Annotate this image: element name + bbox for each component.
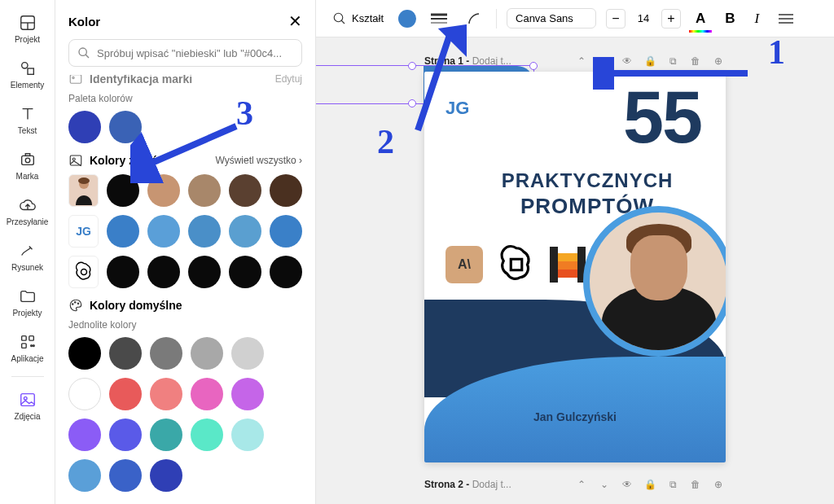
- swatch[interactable]: [270, 174, 302, 207]
- context-toolbar: Kształt Canva Sans − 14 + A B I: [316, 0, 834, 37]
- swatch[interactable]: [109, 378, 142, 410]
- swatch[interactable]: [150, 419, 182, 451]
- close-icon[interactable]: ✕: [288, 11, 302, 31]
- circle-search-icon: [332, 11, 347, 26]
- svg-point-15: [79, 48, 86, 55]
- photo-ref-person[interactable]: [68, 174, 99, 207]
- bold-button[interactable]: B: [720, 7, 740, 30]
- swatch[interactable]: [188, 256, 221, 288]
- rail-upload[interactable]: Przesyłanie: [0, 189, 55, 233]
- author-name[interactable]: Jan Gulczyński: [424, 410, 726, 423]
- rail-apps[interactable]: Aplikacje: [0, 326, 55, 370]
- svg-point-20: [72, 158, 75, 160]
- italic-button[interactable]: I: [750, 7, 765, 30]
- page-2-label[interactable]: Strona 2 - Dodaj t...: [424, 479, 511, 490]
- swatch[interactable]: [68, 378, 101, 410]
- author-photo[interactable]: [583, 206, 726, 357]
- svg-point-22: [78, 177, 90, 184]
- swatch[interactable]: [68, 111, 101, 143]
- trash-icon[interactable]: 🗑: [688, 477, 703, 492]
- swatch[interactable]: [109, 419, 142, 451]
- font-size-value[interactable]: 14: [632, 12, 655, 24]
- search-input[interactable]: [97, 47, 293, 59]
- rail-photos[interactable]: Zdjęcia: [0, 383, 55, 427]
- swatch[interactable]: [150, 337, 182, 370]
- svg-point-27: [334, 13, 343, 22]
- palette-icon: [68, 298, 83, 313]
- openai-logo-icon[interactable]: [494, 243, 538, 287]
- swatch[interactable]: [147, 215, 180, 248]
- panel-title: Kolor: [68, 15, 100, 28]
- font-selector[interactable]: Canva Sans: [507, 8, 596, 28]
- swatch[interactable]: [188, 215, 221, 248]
- swatch[interactable]: [107, 215, 139, 248]
- text-color-button[interactable]: A: [691, 7, 710, 30]
- swatch[interactable]: [109, 337, 142, 370]
- separator: [496, 9, 497, 28]
- swatch[interactable]: [231, 337, 264, 370]
- lock-icon[interactable]: 🔒: [643, 477, 657, 492]
- duplicate-icon[interactable]: ⧉: [665, 477, 680, 492]
- swatch[interactable]: [107, 256, 139, 288]
- canvas-scroll[interactable]: Strona 1 - Dodaj t... ⌃ ⌄ 👁 🔒 ⧉ 🗑 ⊕ ✎: [316, 37, 834, 504]
- font-decrease-button[interactable]: −: [606, 9, 626, 28]
- photo-color-row: [68, 256, 302, 288]
- resize-handle[interactable]: [529, 62, 538, 70]
- chevron-down-icon[interactable]: ⌄: [597, 477, 612, 492]
- rail-projekty[interactable]: Projekty: [0, 280, 55, 324]
- swatch[interactable]: [191, 378, 223, 410]
- swatch[interactable]: [150, 378, 182, 410]
- swatch[interactable]: [229, 215, 261, 248]
- svg-point-3: [21, 63, 27, 68]
- image-icon: [68, 153, 83, 168]
- swatch[interactable]: [68, 419, 101, 451]
- anthropic-badge[interactable]: A\: [446, 246, 483, 283]
- cloud-upload-icon: [18, 195, 37, 215]
- swatch[interactable]: [147, 256, 180, 288]
- more-options-button[interactable]: [774, 10, 798, 28]
- add-page-icon[interactable]: ⊕: [711, 477, 726, 492]
- color-search[interactable]: [68, 39, 302, 67]
- photo-ref-jg[interactable]: JG: [68, 215, 99, 248]
- swatch[interactable]: [191, 337, 223, 370]
- photo-color-row: JG: [68, 215, 302, 248]
- swatch[interactable]: [150, 459, 182, 492]
- headline-line1[interactable]: PRAKTYCZNYCH: [473, 169, 701, 192]
- swatch[interactable]: [191, 419, 223, 451]
- svg-point-26: [77, 303, 79, 305]
- svg-point-6: [25, 158, 30, 163]
- rail-elementy[interactable]: Elementy: [0, 52, 55, 96]
- svg-rect-19: [70, 156, 81, 165]
- lines-icon: [431, 13, 447, 24]
- swatch[interactable]: [68, 337, 101, 370]
- chevron-up-icon[interactable]: ⌃: [574, 477, 589, 492]
- default-palette: [68, 337, 302, 492]
- eye-off-icon[interactable]: 👁: [620, 477, 634, 492]
- swatch[interactable]: [231, 378, 264, 410]
- shape-tool[interactable]: Kształt: [327, 8, 388, 29]
- swatch[interactable]: [231, 419, 264, 451]
- swatch[interactable]: [109, 459, 142, 492]
- svg-point-12: [33, 345, 34, 347]
- chevron-up-icon[interactable]: ⌃: [574, 54, 589, 68]
- swatch[interactable]: [270, 256, 302, 288]
- swatch[interactable]: [229, 256, 261, 288]
- photo-ref-openai[interactable]: [68, 256, 99, 288]
- svg-rect-5: [21, 156, 33, 164]
- svg-point-23: [81, 270, 86, 275]
- rail-draw[interactable]: Rysunek: [0, 234, 55, 278]
- search-icon: [77, 46, 90, 59]
- rail-projekt[interactable]: Projekt: [0, 7, 55, 50]
- mistral-logo-icon[interactable]: [550, 247, 586, 283]
- rail-marka[interactable]: Marka: [0, 143, 55, 187]
- font-size-control: − 14 +: [606, 9, 681, 28]
- page-1[interactable]: JG 55 PRAKTYCZNYCH PROMPTÓW A\: [424, 72, 726, 462]
- annotation-arrow-1: [593, 57, 756, 90]
- rail-tekst[interactable]: Tekst: [0, 98, 55, 142]
- swatch[interactable]: [68, 459, 101, 492]
- swatch[interactable]: [270, 215, 302, 248]
- palette-caption: Paleta kolorów: [68, 93, 302, 104]
- annotation-arrow-2: [402, 24, 467, 138]
- brand-edit-link[interactable]: Edytuj: [275, 75, 302, 85]
- font-increase-button[interactable]: +: [661, 9, 681, 28]
